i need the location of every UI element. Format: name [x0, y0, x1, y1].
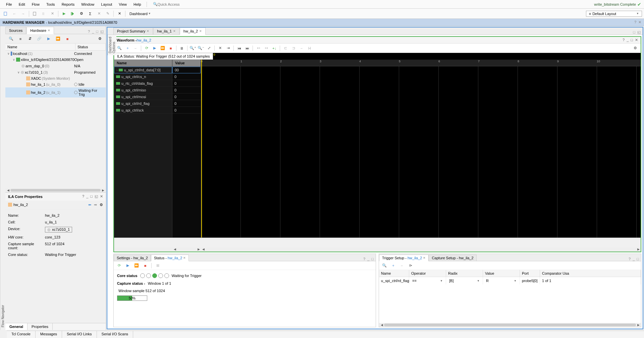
clear-icon[interactable]: ✕ [95, 10, 103, 17]
gate-icon[interactable]: ⊳ [407, 262, 414, 269]
gear-icon[interactable]: ⚙ [100, 203, 103, 207]
waveform-canvas[interactable]: 0 1 2 3 4 5 6 7 8 9 10 [201, 60, 641, 238]
back-icon[interactable]: ← [11, 10, 18, 17]
play-all-icon[interactable]: ⏩ [159, 45, 166, 52]
col-name[interactable]: Name [379, 270, 409, 277]
forward-icon[interactable]: ➡ [94, 203, 97, 207]
refresh-icon[interactable]: ⟳ [116, 262, 122, 269]
tab-status-ila2[interactable]: Status - hw_ila_2 ✕ [151, 255, 189, 261]
scroll-right-icon[interactable]: ▶ [197, 248, 200, 252]
close-icon[interactable]: ✕ [100, 194, 103, 199]
col-port[interactable]: Port [520, 270, 540, 277]
time-cursor[interactable] [201, 60, 202, 238]
tree-row-arm[interactable]: ◎ arm_dap_0 (0) N/A [5, 63, 106, 69]
signal-value[interactable]: 00 [172, 67, 201, 73]
stop-icon[interactable]: ■ [64, 35, 71, 43]
tab-hardware[interactable]: Hardware✕ [26, 27, 54, 34]
close-icon[interactable]: ✕ [635, 38, 638, 42]
go-last-icon[interactable]: ⏭ [244, 45, 251, 52]
menu-tools[interactable]: Tools [43, 1, 58, 8]
quick-access-input[interactable] [158, 2, 198, 6]
signal-row[interactable]: u_spi_ctrl/sck [114, 107, 172, 114]
maximize-icon[interactable]: □ [631, 38, 633, 42]
close-icon[interactable]: ✕ [199, 29, 202, 33]
stop-icon[interactable]: ■ [142, 262, 149, 269]
help-icon[interactable]: ? [634, 20, 636, 24]
restore-icon[interactable]: ◱ [637, 30, 641, 35]
close-icon[interactable]: ✕ [183, 256, 186, 260]
refresh-icon[interactable]: ⟳ [143, 45, 150, 52]
maximize-icon[interactable]: □ [371, 257, 374, 261]
signal-value[interactable]: 0 [172, 87, 201, 93]
tree-row-ila2[interactable]: hw_ila_2 (u_ila_1) Waiting For Trig [5, 87, 106, 97]
close-icon[interactable]: ✕ [638, 20, 641, 24]
tree-row-digilent[interactable]: ∨ xilinx_tcf/Digilent/210251A08870 Open [5, 57, 106, 63]
waveform-link[interactable]: hw_ila_2 [137, 38, 151, 42]
search-icon[interactable]: 🔍 [116, 45, 123, 52]
maximize-icon[interactable]: □ [96, 29, 98, 34]
menu-help[interactable]: Help [130, 1, 145, 8]
remove-icon[interactable]: − [132, 45, 139, 52]
next-edge-icon[interactable]: ↦ [263, 45, 270, 52]
prev-edge-icon[interactable]: ↤ [255, 45, 262, 52]
chevron-down-icon[interactable]: ∨ [17, 71, 20, 74]
signal-row[interactable]: u_spi_ctrl/rd_flag [114, 100, 172, 107]
nocross-icon[interactable]: ✕ [116, 10, 123, 17]
layout-dropdown[interactable]: ≡Default Layout ▼ [586, 11, 642, 17]
add-icon[interactable]: ＋ [390, 262, 396, 269]
tree-row-localhost[interactable]: ∨ localhost (1) Connected [5, 51, 106, 57]
go-first-icon[interactable]: ⏮ [236, 45, 243, 52]
signal-value[interactable]: 0 [172, 100, 201, 107]
settings-icon[interactable]: ⚙ [78, 10, 85, 17]
value-dropdown[interactable]: R▼ [485, 278, 518, 283]
quick-access[interactable]: 🔍 [153, 2, 198, 6]
signal-row[interactable]: u_spi_ctrl/mosi [114, 93, 172, 100]
close-icon[interactable]: ✕ [147, 29, 149, 33]
back-icon[interactable]: ⬅ [88, 203, 91, 207]
cursor-icon[interactable]: ✕ [217, 45, 223, 52]
tree-row-xadc[interactable]: XADC (System Monitor) [5, 75, 106, 81]
add-marker-icon[interactable]: +↓ [271, 45, 278, 52]
tree-col-name[interactable]: Name [5, 44, 75, 50]
menu-edit[interactable]: Edit [15, 1, 29, 8]
search-icon[interactable]: 🔍 [381, 262, 388, 269]
signal-value[interactable]: 0 [172, 107, 201, 114]
cancel-icon[interactable]: ✕ [49, 10, 56, 17]
col-radix[interactable]: Radix [446, 270, 483, 277]
divider-icon[interactable]: − [298, 45, 305, 52]
signal-value[interactable]: 0 [172, 73, 201, 80]
play-icon[interactable]: ▶ [45, 35, 52, 43]
minimize-icon[interactable]: _ [367, 257, 369, 261]
copy-icon[interactable] [31, 10, 39, 17]
new-icon[interactable] [2, 10, 9, 17]
add-icon[interactable]: ＋ [124, 45, 131, 52]
close-icon[interactable]: ✕ [173, 29, 176, 33]
play-icon[interactable]: ▶ [151, 45, 158, 52]
tab-trigger-setup[interactable]: Trigger Setup - hw_ila_2 ✕ [379, 255, 429, 261]
signal-row[interactable]: ›u_spi_ctrl/rd_data[7:0] [114, 67, 172, 73]
dashboard-options-tab[interactable]: Dashboard Options [107, 35, 116, 55]
edit-icon[interactable]: ✎ [104, 10, 111, 17]
maximize-icon[interactable]: □ [637, 257, 639, 261]
gear-icon[interactable]: ⚙ [632, 45, 639, 52]
chevron-down-icon[interactable]: ∨ [7, 52, 10, 55]
tab-hw-ila-1[interactable]: hw_ila_1✕ [153, 27, 179, 35]
close-icon[interactable]: ✕ [423, 256, 426, 260]
operator-dropdown[interactable]: ==▼ [411, 278, 444, 283]
col-operator[interactable]: Operator [409, 270, 446, 277]
signal-name-header[interactable]: Name [114, 60, 172, 67]
ungroup-icon[interactable]: ⊐ [290, 45, 297, 52]
tab-properties[interactable]: Properties [28, 323, 53, 330]
menu-file[interactable]: File [3, 1, 15, 8]
signal-row[interactable]: u_spi_ctrl/cs_n [114, 73, 172, 80]
minimize-icon[interactable]: _ [633, 257, 635, 261]
device-link[interactable]: ◎xc7z010_1 [45, 227, 72, 232]
export-icon[interactable]: 🗎 [178, 45, 185, 52]
zoom-in-icon[interactable]: 🔍⁺ [190, 45, 196, 52]
step-icon[interactable] [69, 10, 76, 17]
scroll-left-icon[interactable]: ◀ [173, 248, 176, 252]
tab-general[interactable]: General [5, 323, 28, 330]
trigger-row[interactable]: u_spi_ctrl/rd_flag ==▼ [B]▼ R▼ probe5[0]… [379, 277, 641, 284]
zoom-out-icon[interactable]: 🔍⁻ [198, 45, 204, 52]
menu-window[interactable]: Window [78, 1, 98, 8]
